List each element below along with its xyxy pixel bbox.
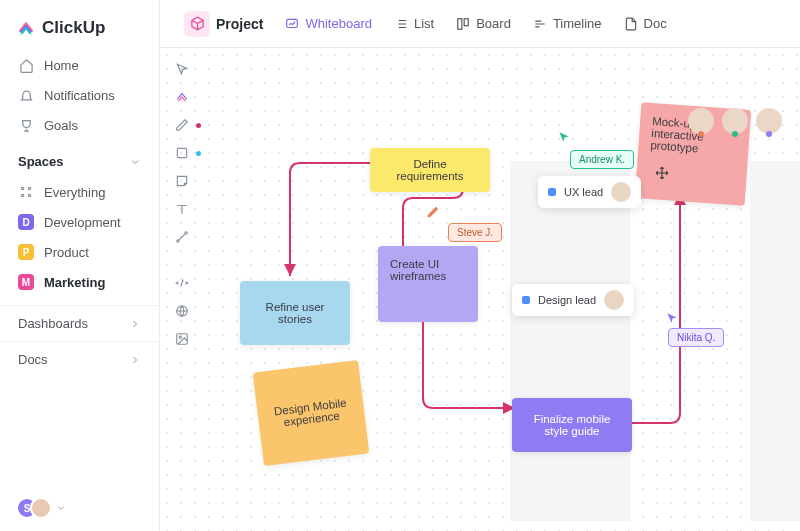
tool-cursor[interactable] — [173, 60, 191, 78]
tag-ux-lead[interactable]: UX lead — [538, 176, 641, 208]
presence-avatar[interactable] — [722, 108, 748, 134]
dashboards-section[interactable]: Dashboards — [0, 305, 159, 341]
space-development[interactable]: D Development — [0, 207, 159, 237]
project-label: Project — [216, 16, 263, 32]
svg-point-12 — [179, 336, 181, 338]
view-whiteboard[interactable]: Whiteboard — [275, 10, 381, 37]
tool-web[interactable] — [173, 302, 191, 320]
note-text: Design Mobile experience — [269, 396, 353, 430]
tool-pen[interactable] — [173, 116, 191, 134]
note-text: Finalize mobile style guide — [524, 413, 620, 437]
nav-label: Goals — [44, 118, 78, 133]
chevron-right-icon — [129, 318, 141, 330]
view-label: Board — [476, 16, 511, 31]
note-create[interactable]: Create UI wireframes — [378, 246, 478, 322]
user-avatar — [30, 497, 52, 519]
space-everything[interactable]: Everything — [0, 177, 159, 207]
cursor-icon — [557, 130, 571, 144]
list-icon — [394, 17, 408, 31]
docs-section[interactable]: Docs — [0, 341, 159, 377]
bell-icon — [18, 87, 34, 103]
svg-point-1 — [28, 187, 30, 189]
space-badge: P — [18, 244, 34, 260]
view-label: Timeline — [553, 16, 602, 31]
chevron-right-icon — [129, 354, 141, 366]
trophy-icon — [18, 117, 34, 133]
svg-rect-5 — [458, 18, 462, 29]
presence-avatars[interactable] — [688, 108, 782, 134]
nav-label: Home — [44, 58, 79, 73]
view-doc[interactable]: Doc — [614, 10, 677, 37]
space-badge: M — [18, 274, 34, 290]
tool-text[interactable] — [173, 200, 191, 218]
space-label: Product — [44, 245, 89, 260]
avatar — [604, 290, 624, 310]
pencil-icon — [426, 205, 440, 219]
tool-sticky[interactable] — [173, 172, 191, 190]
clickup-logo-icon — [16, 18, 36, 38]
svg-point-0 — [21, 187, 23, 189]
canvas-grid — [390, 161, 800, 521]
view-label: List — [414, 16, 434, 31]
view-label: Whiteboard — [305, 16, 371, 31]
brand-name: ClickUp — [42, 18, 105, 38]
home-icon — [18, 57, 34, 73]
space-label: Development — [44, 215, 121, 230]
view-list[interactable]: List — [384, 10, 444, 37]
primary-nav: Home Notifications Goals — [0, 50, 159, 140]
note-text: Define requirements — [382, 158, 478, 182]
tool-embed[interactable] — [173, 274, 191, 292]
tag-label: UX lead — [564, 186, 603, 198]
svg-point-8 — [177, 240, 179, 242]
user-cursor-label: Steve J. — [448, 223, 502, 242]
space-marketing[interactable]: M Marketing — [0, 267, 159, 297]
whiteboard-icon — [285, 17, 299, 31]
svg-rect-4 — [287, 19, 298, 27]
presence-avatar[interactable] — [688, 108, 714, 134]
chevron-down-icon — [129, 156, 141, 168]
topbar: Project Whiteboard List Board Timeline D… — [160, 0, 800, 48]
whiteboard-canvas[interactable]: Define requirements Refine user stories … — [160, 48, 800, 531]
chevron-down-icon — [56, 503, 66, 513]
view-timeline[interactable]: Timeline — [523, 10, 612, 37]
nav-notifications[interactable]: Notifications — [8, 80, 151, 110]
view-board[interactable]: Board — [446, 10, 521, 37]
note-refine[interactable]: Refine user stories — [240, 281, 350, 345]
sidebar: ClickUp Home Notifications Goals Spaces … — [0, 0, 160, 531]
space-label: Marketing — [44, 275, 105, 290]
svg-point-3 — [28, 194, 30, 196]
doc-icon — [624, 17, 638, 31]
nav-home[interactable]: Home — [8, 50, 151, 80]
tool-clickup[interactable] — [173, 88, 191, 106]
presence-avatar[interactable] — [756, 108, 782, 134]
tool-shape[interactable] — [173, 144, 191, 162]
note-text: Create UI wireframes — [390, 258, 466, 282]
note-design[interactable]: Design Mobile experience — [253, 360, 370, 466]
board-icon — [456, 17, 470, 31]
sidebar-footer[interactable]: S — [0, 485, 159, 531]
spaces-header[interactable]: Spaces — [0, 140, 159, 177]
project-title[interactable]: Project — [174, 5, 273, 43]
user-cursor-label: Andrew K. — [570, 150, 634, 169]
grid-icon — [18, 184, 34, 200]
logo[interactable]: ClickUp — [0, 0, 159, 50]
note-define[interactable]: Define requirements — [370, 148, 490, 192]
user-cursor-label: Nikita Q. — [668, 328, 724, 347]
section-label: Docs — [18, 352, 48, 367]
move-icon — [655, 166, 669, 180]
tool-connector[interactable] — [173, 228, 191, 246]
note-text: Refine user stories — [252, 301, 338, 325]
cursor-icon — [665, 311, 679, 325]
nav-label: Notifications — [44, 88, 115, 103]
timeline-icon — [533, 17, 547, 31]
space-product[interactable]: P Product — [0, 237, 159, 267]
space-label: Everything — [44, 185, 105, 200]
section-label: Dashboards — [18, 316, 88, 331]
note-finalize[interactable]: Finalize mobile style guide — [512, 398, 632, 452]
avatar — [611, 182, 631, 202]
tag-design-lead[interactable]: Design lead — [512, 284, 634, 316]
nav-goals[interactable]: Goals — [8, 110, 151, 140]
tool-image[interactable] — [173, 330, 191, 348]
space-badge: D — [18, 214, 34, 230]
view-label: Doc — [644, 16, 667, 31]
